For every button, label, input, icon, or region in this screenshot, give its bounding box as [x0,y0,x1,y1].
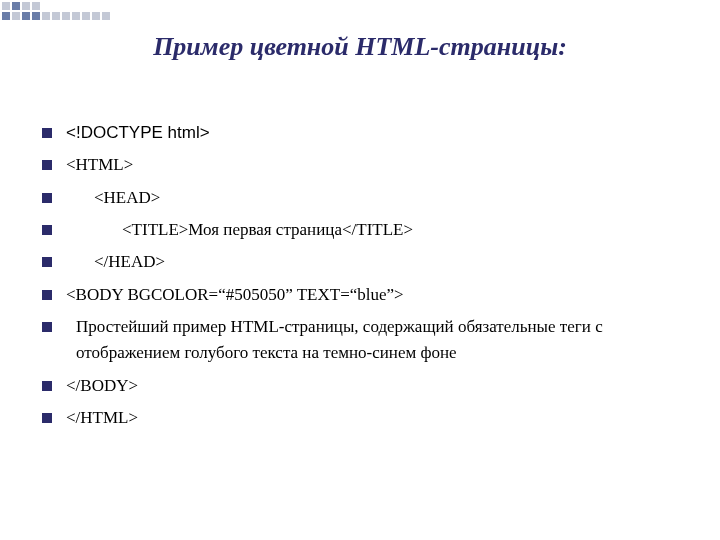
code-text: <HTML> [66,152,682,178]
svg-rect-19 [42,257,52,267]
code-line: <BODY BGCOLOR=“#505050” TEXT=“blue”> [42,282,682,308]
svg-rect-15 [42,128,52,138]
bullet-icon [42,160,52,170]
svg-rect-21 [42,322,52,332]
svg-rect-8 [42,12,50,20]
svg-rect-12 [82,12,90,20]
slide: Пример цветной HTML-страницы: <!DOCTYPE … [0,0,720,540]
svg-rect-2 [22,2,30,10]
bullet-icon [42,290,52,300]
svg-rect-22 [42,381,52,391]
svg-rect-13 [92,12,100,20]
svg-rect-4 [2,12,10,20]
code-text: <!DOCTYPE html> [66,120,682,146]
code-line: Простейший пример HTML-страницы, содержа… [42,314,682,367]
decor-squares [0,0,200,28]
svg-rect-11 [72,12,80,20]
bullet-icon [42,381,52,391]
svg-rect-7 [32,12,40,20]
svg-rect-14 [102,12,110,20]
code-line: <HEAD> [42,185,682,211]
bullet-icon [42,225,52,235]
bullet-icon [42,128,52,138]
svg-rect-5 [12,12,20,20]
svg-rect-23 [42,413,52,423]
svg-rect-9 [52,12,60,20]
svg-rect-1 [12,2,20,10]
svg-rect-17 [42,193,52,203]
bullet-icon [42,193,52,203]
code-body: <!DOCTYPE html> <HTML> <HEAD> <TITLE>Моя… [42,120,682,437]
svg-rect-18 [42,225,52,235]
code-line: <HTML> [42,152,682,178]
svg-rect-16 [42,160,52,170]
code-line: <!DOCTYPE html> [42,120,682,146]
code-line: <TITLE>Моя первая страница</TITLE> [42,217,682,243]
code-line: </HEAD> [42,249,682,275]
code-text: </HEAD> [66,249,682,275]
svg-rect-3 [32,2,40,10]
svg-rect-6 [22,12,30,20]
code-line: </HTML> [42,405,682,431]
code-text: <TITLE>Моя первая страница</TITLE> [66,217,682,243]
code-text: <BODY BGCOLOR=“#505050” TEXT=“blue”> [66,282,682,308]
bullet-icon [42,413,52,423]
bullet-icon [42,257,52,267]
svg-rect-0 [2,2,10,10]
code-text: </HTML> [66,405,682,431]
paragraph-text: Простейший пример HTML-страницы, содержа… [66,314,682,367]
bullet-icon [42,322,52,332]
svg-rect-10 [62,12,70,20]
slide-title: Пример цветной HTML-страницы: [0,32,720,62]
code-line: </BODY> [42,373,682,399]
code-text: <HEAD> [66,185,682,211]
svg-rect-20 [42,290,52,300]
code-text: </BODY> [66,373,682,399]
